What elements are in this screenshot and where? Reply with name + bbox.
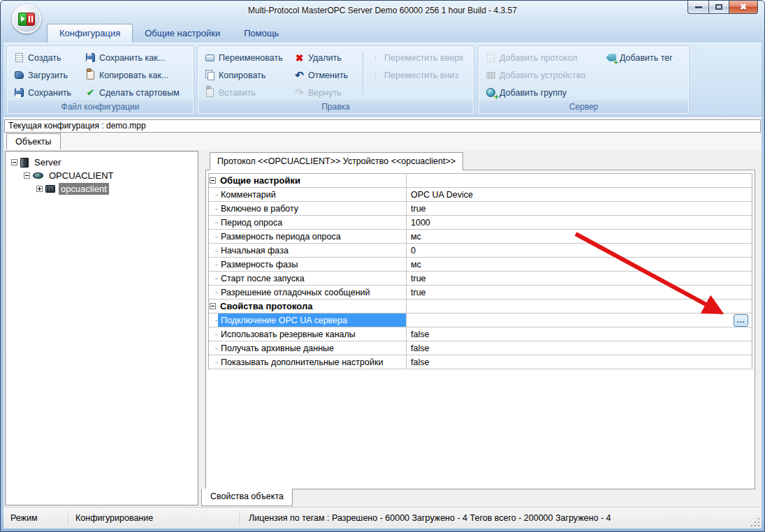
status-license-info: Лицензия по тегам : Разрешено - 60000 За… — [240, 513, 618, 523]
ribbon-tabstrip: Конфигурация Общие настройки Помощь — [3, 22, 762, 43]
property-row-selected[interactable]: Подключение OPC UA сервера ... — [209, 313, 752, 327]
ribbon: Создать Загрузить Сохранить Сохранить ка… — [3, 43, 762, 117]
copy-as-button[interactable]: Копировать как... — [84, 66, 181, 84]
tree-item-server[interactable]: Server — [6, 156, 198, 169]
paste-button[interactable]: Вставить — [203, 84, 293, 101]
property-row[interactable]: Старт после запуска true — [209, 272, 752, 286]
delete-button[interactable]: ✖Удалить — [293, 49, 360, 66]
category-row[interactable]: Общие настройки — [209, 174, 752, 188]
property-area: Протокол <<OPCUACLIENT>> Устройство <<op… — [201, 149, 759, 508]
property-row[interactable]: Использовать резервные каналы false — [209, 327, 752, 341]
server-icon — [20, 158, 29, 168]
property-panel: Общие настройки Комментарий OPC UA Devic… — [205, 170, 755, 489]
maximize-icon — [715, 4, 722, 10]
window-title: Multi-Protocol MasterOPC Server Demo 600… — [85, 6, 680, 15]
expand-icon[interactable] — [36, 186, 43, 192]
ribbon-group-server: Добавить протокол Добавить устройство До… — [478, 45, 690, 114]
redo-button[interactable]: ↷Вернуть — [293, 84, 360, 101]
collapse-icon[interactable] — [210, 177, 216, 184]
ribbon-group-edit: Переименовать Копировать Вставить ✖Удали… — [197, 45, 474, 114]
copy-icon — [205, 71, 215, 80]
new-document-icon — [15, 53, 23, 62]
save-icon — [15, 88, 24, 97]
tab-help[interactable]: Помощь — [232, 24, 291, 43]
protocol-icon — [33, 172, 43, 179]
collapse-icon[interactable] — [24, 172, 30, 179]
property-row[interactable]: Разрешение отладочных сообщений true — [209, 286, 752, 300]
property-row[interactable]: Включено в работу true — [209, 202, 752, 216]
property-row[interactable]: Размерность периода опроса мс — [209, 230, 752, 244]
tab-protocol-device[interactable]: Протокол <<OPCUACLIENT>> Устройство <<op… — [210, 152, 463, 170]
make-startup-button[interactable]: ✔Сделать стартовым — [84, 84, 181, 101]
add-device-icon — [486, 72, 495, 79]
save-as-icon — [86, 53, 95, 62]
group-caption-server: Сервер — [479, 101, 688, 113]
property-row[interactable]: Комментарий OPC UA Device — [209, 188, 752, 202]
play-pause-icon — [18, 13, 35, 26]
app-window: Multi-Protocol MasterOPC Server Demo 600… — [0, 0, 765, 532]
add-tag-button[interactable]: Добавить тег — [604, 49, 674, 66]
app-menu-button[interactable] — [12, 4, 41, 34]
copy-button[interactable]: Копировать — [203, 66, 293, 84]
close-icon: ✖ — [740, 3, 747, 11]
add-group-icon — [486, 88, 495, 97]
property-row[interactable]: Начальная фаза 0 — [209, 244, 752, 258]
arrow-up-icon: ↑ — [370, 52, 381, 63]
maximize-button[interactable] — [709, 1, 729, 14]
undo-button[interactable]: ↶Отменить — [293, 66, 360, 84]
caption-buttons: ✖ — [687, 1, 758, 14]
move-up-button[interactable]: ↑Переместить вверх — [369, 49, 465, 66]
group-caption-config-file: Файл конфигурации — [8, 101, 193, 113]
tab-object-properties[interactable]: Свойства объекта — [201, 489, 293, 506]
load-button[interactable]: Загрузить — [13, 66, 84, 84]
property-row[interactable]: Показывать дополнительные настройки fals… — [209, 355, 752, 369]
rename-button[interactable]: Переименовать — [203, 49, 293, 66]
collapse-icon[interactable] — [210, 303, 216, 309]
status-mode-label: Режим — [3, 513, 68, 523]
objects-tabstrip: Объекты — [4, 133, 761, 149]
undo-icon: ↶ — [294, 70, 305, 80]
title-bar: Multi-Protocol MasterOPC Server Demo 600… — [1, 1, 764, 22]
create-button[interactable]: Создать — [13, 49, 84, 66]
device-icon — [45, 185, 55, 193]
move-down-button[interactable]: ↓Переместить вниз — [369, 66, 465, 84]
tab-general-settings[interactable]: Общие настройки — [133, 24, 232, 43]
property-row[interactable]: Период опроса 1000 — [209, 216, 752, 230]
property-row[interactable]: Размерность фазы мс — [209, 258, 752, 272]
collapse-icon[interactable] — [11, 159, 17, 165]
add-protocol-button[interactable]: Добавить протокол — [484, 49, 604, 66]
add-device-button[interactable]: Добавить устройство — [484, 66, 604, 84]
group-caption-edit: Правка — [198, 101, 473, 113]
minimize-icon — [695, 6, 702, 8]
object-tree: Server OPCUACLIENT opcuaclient — [5, 151, 198, 505]
resize-grip-icon[interactable] — [750, 517, 760, 527]
check-icon: ✔ — [85, 87, 96, 98]
tab-objects[interactable]: Объекты — [6, 133, 61, 149]
property-row[interactable]: Получать архивные данные false — [209, 341, 752, 355]
close-button[interactable]: ✖ — [729, 1, 758, 14]
paste-icon — [206, 88, 214, 97]
category-row[interactable]: Свойства протокола — [209, 300, 752, 313]
tree-item-opcuaclient-protocol[interactable]: OPCUACLIENT — [6, 169, 198, 182]
browse-ellipsis-button[interactable]: ... — [734, 314, 748, 327]
add-group-button[interactable]: Добавить группу — [484, 84, 604, 101]
minimize-button[interactable] — [687, 1, 709, 14]
save-as-button[interactable]: Сохранить как... — [84, 49, 181, 66]
ribbon-group-config-file: Создать Загрузить Сохранить Сохранить ка… — [6, 45, 194, 114]
group-separator — [363, 52, 363, 96]
add-protocol-icon — [487, 53, 495, 62]
add-tag-icon — [606, 54, 615, 62]
save-button[interactable]: Сохранить — [13, 84, 84, 101]
redo-icon: ↷ — [294, 87, 305, 98]
current-configuration-bar: Текущая конфигурация : demo.mpp — [4, 119, 761, 133]
rename-icon — [205, 54, 214, 61]
delete-icon: ✖ — [294, 52, 305, 63]
tree-item-opcuaclient-device[interactable]: opcuaclient — [6, 182, 198, 195]
load-icon — [15, 71, 24, 79]
arrow-down-icon: ↓ — [370, 70, 381, 80]
status-bar: Режим Конфигурирование Лицензия по тегам… — [3, 507, 762, 529]
tab-configuration[interactable]: Конфигурация — [47, 24, 133, 43]
property-grid: Общие настройки Комментарий OPC UA Devic… — [208, 173, 752, 369]
clipboard-icon — [87, 71, 94, 80]
status-mode-value: Конфигурирование — [68, 513, 240, 523]
